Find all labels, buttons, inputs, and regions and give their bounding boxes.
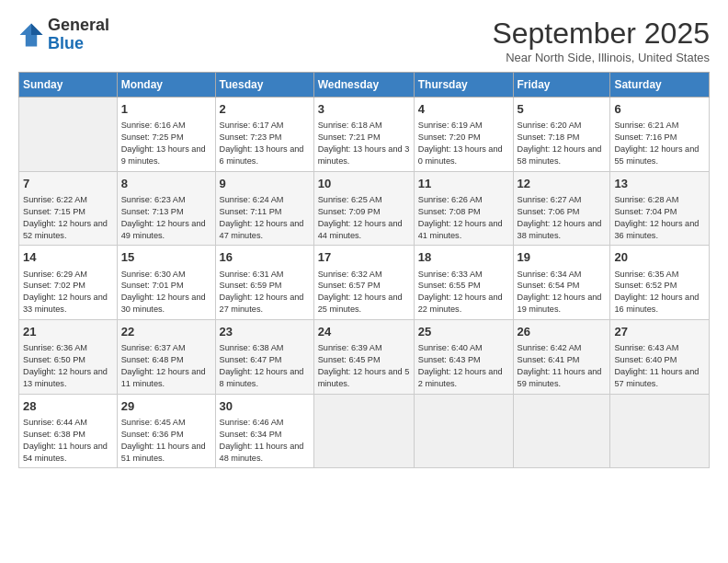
day-number: 21 [23, 324, 113, 340]
day-info: Sunrise: 6:17 AMSunset: 7:23 PMDaylight:… [220, 120, 310, 167]
day-number: 23 [220, 324, 310, 340]
day-info: Sunrise: 6:39 AMSunset: 6:45 PMDaylight:… [318, 342, 410, 390]
calendar-cell: 22Sunrise: 6:37 AMSunset: 6:48 PMDayligh… [117, 320, 215, 395]
calendar-week-5: 28Sunrise: 6:44 AMSunset: 6:38 PMDayligh… [19, 394, 710, 468]
day-info: Sunrise: 6:44 AMSunset: 6:38 PMDaylight:… [23, 417, 113, 465]
calendar-cell: 13Sunrise: 6:28 AMSunset: 7:04 PMDayligh… [610, 171, 710, 246]
day-info: Sunrise: 6:38 AMSunset: 6:47 PMDaylight:… [220, 342, 310, 390]
day-info: Sunrise: 6:36 AMSunset: 6:50 PMDaylight:… [23, 342, 113, 390]
day-info: Sunrise: 6:29 AMSunset: 7:02 PMDaylight:… [23, 269, 113, 316]
day-number: 5 [518, 101, 607, 118]
calendar-cell [513, 394, 610, 468]
header-tuesday: Tuesday [215, 73, 313, 98]
header: General Blue September 2025 Near North S… [18, 17, 710, 64]
day-number: 14 [23, 249, 113, 266]
title-block: September 2025 Near North Side, Illinois… [492, 17, 710, 64]
calendar-cell: 15Sunrise: 6:30 AMSunset: 7:01 PMDayligh… [117, 246, 215, 320]
day-info: Sunrise: 6:23 AMSunset: 7:13 PMDaylight:… [121, 194, 211, 242]
day-info: Sunrise: 6:19 AMSunset: 7:20 PMDaylight:… [418, 120, 509, 167]
calendar-cell: 8Sunrise: 6:23 AMSunset: 7:13 PMDaylight… [117, 171, 215, 246]
month-title: September 2025 [492, 17, 710, 51]
day-info: Sunrise: 6:22 AMSunset: 7:15 PMDaylight:… [23, 194, 113, 242]
day-info: Sunrise: 6:27 AMSunset: 7:06 PMDaylight:… [518, 194, 607, 242]
day-number: 6 [614, 101, 705, 118]
calendar-cell: 16Sunrise: 6:31 AMSunset: 6:59 PMDayligh… [215, 246, 313, 320]
day-number: 15 [121, 249, 211, 266]
day-number: 20 [614, 249, 705, 266]
calendar-cell: 9Sunrise: 6:24 AMSunset: 7:11 PMDaylight… [215, 171, 313, 246]
header-saturday: Saturday [610, 73, 710, 98]
day-number: 12 [518, 176, 607, 192]
day-info: Sunrise: 6:40 AMSunset: 6:43 PMDaylight:… [418, 342, 509, 390]
day-number: 27 [614, 324, 705, 340]
calendar-cell: 24Sunrise: 6:39 AMSunset: 6:45 PMDayligh… [313, 320, 414, 395]
day-info: Sunrise: 6:46 AMSunset: 6:34 PMDaylight:… [220, 417, 310, 465]
calendar-cell [610, 394, 710, 468]
calendar-cell: 25Sunrise: 6:40 AMSunset: 6:43 PMDayligh… [414, 320, 513, 395]
calendar-cell: 6Sunrise: 6:21 AMSunset: 7:16 PMDaylight… [610, 98, 710, 172]
calendar-cell: 29Sunrise: 6:45 AMSunset: 6:36 PMDayligh… [117, 394, 215, 468]
calendar-cell: 10Sunrise: 6:25 AMSunset: 7:09 PMDayligh… [313, 171, 414, 246]
day-info: Sunrise: 6:34 AMSunset: 6:54 PMDaylight:… [518, 269, 607, 316]
day-info: Sunrise: 6:43 AMSunset: 6:40 PMDaylight:… [614, 342, 705, 390]
day-number: 9 [220, 176, 310, 192]
day-info: Sunrise: 6:33 AMSunset: 6:55 PMDaylight:… [418, 269, 509, 316]
day-info: Sunrise: 6:16 AMSunset: 7:25 PMDaylight:… [121, 120, 211, 167]
day-info: Sunrise: 6:32 AMSunset: 6:57 PMDaylight:… [318, 269, 410, 316]
header-wednesday: Wednesday [313, 73, 414, 98]
day-number: 1 [121, 101, 211, 118]
day-number: 29 [121, 398, 211, 415]
calendar-week-4: 21Sunrise: 6:36 AMSunset: 6:50 PMDayligh… [19, 320, 710, 395]
day-number: 22 [121, 324, 211, 340]
calendar-cell: 19Sunrise: 6:34 AMSunset: 6:54 PMDayligh… [513, 246, 610, 320]
header-sunday: Sunday [19, 73, 118, 98]
day-info: Sunrise: 6:26 AMSunset: 7:08 PMDaylight:… [418, 194, 509, 242]
logo: General Blue [18, 17, 109, 53]
day-info: Sunrise: 6:45 AMSunset: 6:36 PMDaylight:… [121, 417, 211, 465]
calendar-cell: 14Sunrise: 6:29 AMSunset: 7:02 PMDayligh… [19, 246, 118, 320]
calendar-week-1: 1Sunrise: 6:16 AMSunset: 7:25 PMDaylight… [19, 98, 710, 172]
page: General Blue September 2025 Near North S… [0, 0, 728, 477]
day-number: 18 [418, 249, 509, 266]
calendar-cell [313, 394, 414, 468]
day-info: Sunrise: 6:30 AMSunset: 7:01 PMDaylight:… [121, 269, 211, 316]
calendar-cell [19, 98, 118, 172]
day-number: 19 [518, 249, 607, 266]
day-number: 3 [318, 101, 410, 118]
day-number: 2 [220, 101, 310, 118]
calendar-cell: 26Sunrise: 6:42 AMSunset: 6:41 PMDayligh… [513, 320, 610, 395]
day-info: Sunrise: 6:21 AMSunset: 7:16 PMDaylight:… [614, 120, 705, 167]
calendar-cell: 28Sunrise: 6:44 AMSunset: 6:38 PMDayligh… [19, 394, 118, 468]
day-number: 28 [23, 398, 113, 415]
svg-marker-1 [31, 23, 42, 34]
day-info: Sunrise: 6:37 AMSunset: 6:48 PMDaylight:… [121, 342, 211, 390]
day-number: 8 [121, 176, 211, 192]
day-number: 26 [518, 324, 607, 340]
calendar-cell: 7Sunrise: 6:22 AMSunset: 7:15 PMDaylight… [19, 171, 118, 246]
logo-text: General Blue [48, 17, 109, 53]
day-number: 25 [418, 324, 509, 340]
day-number: 30 [220, 398, 310, 415]
logo-icon [18, 22, 44, 48]
header-monday: Monday [117, 73, 215, 98]
calendar-cell: 1Sunrise: 6:16 AMSunset: 7:25 PMDaylight… [117, 98, 215, 172]
calendar-cell: 23Sunrise: 6:38 AMSunset: 6:47 PMDayligh… [215, 320, 313, 395]
calendar-header-row: Sunday Monday Tuesday Wednesday Thursday… [19, 73, 710, 98]
calendar-cell: 20Sunrise: 6:35 AMSunset: 6:52 PMDayligh… [610, 246, 710, 320]
calendar-cell: 2Sunrise: 6:17 AMSunset: 7:23 PMDaylight… [215, 98, 313, 172]
calendar-week-3: 14Sunrise: 6:29 AMSunset: 7:02 PMDayligh… [19, 246, 710, 320]
calendar-cell [414, 394, 513, 468]
calendar-cell: 11Sunrise: 6:26 AMSunset: 7:08 PMDayligh… [414, 171, 513, 246]
day-number: 11 [418, 176, 509, 192]
calendar-cell: 4Sunrise: 6:19 AMSunset: 7:20 PMDaylight… [414, 98, 513, 172]
day-info: Sunrise: 6:28 AMSunset: 7:04 PMDaylight:… [614, 194, 705, 242]
day-info: Sunrise: 6:18 AMSunset: 7:21 PMDaylight:… [318, 120, 410, 167]
day-number: 7 [23, 176, 113, 192]
day-number: 10 [318, 176, 410, 192]
day-info: Sunrise: 6:24 AMSunset: 7:11 PMDaylight:… [220, 194, 310, 242]
header-thursday: Thursday [414, 73, 513, 98]
day-info: Sunrise: 6:35 AMSunset: 6:52 PMDaylight:… [614, 269, 705, 316]
calendar-cell: 17Sunrise: 6:32 AMSunset: 6:57 PMDayligh… [313, 246, 414, 320]
calendar-table: Sunday Monday Tuesday Wednesday Thursday… [18, 72, 710, 468]
header-friday: Friday [513, 73, 610, 98]
